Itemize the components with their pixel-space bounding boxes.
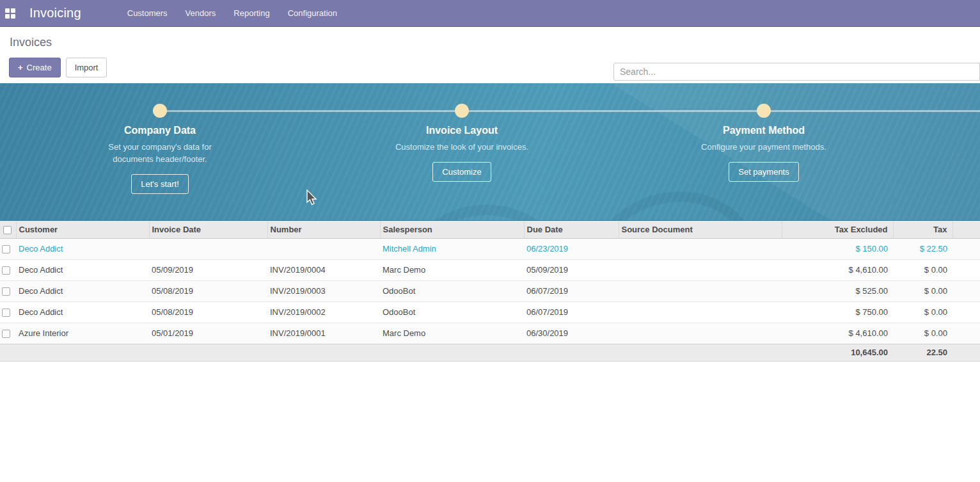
table-row[interactable]: Deco Addict Mitchell Admin 06/23/2019 $ … [0,238,980,259]
onboarding-step-payment-method: Payment Method Configure your payment me… [668,104,860,182]
step-title: Company Data [64,125,256,136]
cell-tax[interactable]: $ 0.00 [893,323,952,344]
cell-source-document[interactable] [619,280,782,301]
cell-salesperson[interactable]: Marc Demo [380,259,524,280]
cell-due-date[interactable]: 06/23/2019 [524,238,619,259]
cell-tax[interactable]: $ 22.50 [893,238,952,259]
cell-spacer [952,259,980,280]
step-dot-icon [153,104,167,118]
nav-item-reporting[interactable]: Reporting [225,0,278,26]
cell-due-date[interactable]: 06/07/2019 [524,301,619,323]
cell-salesperson[interactable]: Marc Demo [380,323,524,344]
step-dot-icon [757,104,771,118]
import-button[interactable]: Import [66,58,107,77]
cell-number[interactable]: INV/2019/0002 [267,301,380,323]
cell-tax-excluded[interactable]: $ 525.00 [782,280,893,301]
create-button[interactable]: + Create [9,58,61,77]
nav-item-vendors[interactable]: Vendors [177,0,225,26]
row-checkbox[interactable] [2,245,10,253]
cell-spacer [952,238,980,259]
cell-spacer [952,301,980,323]
row-checkbox[interactable] [2,287,10,296]
plus-icon: + [18,63,23,72]
cell-number[interactable] [267,238,380,259]
cell-customer[interactable]: Deco Addict [16,280,149,301]
column-header-number[interactable]: Number [267,221,380,238]
cell-salesperson[interactable]: OdooBot [380,280,524,301]
cell-customer[interactable]: Azure Interior [16,323,149,344]
cell-number[interactable]: INV/2019/0004 [267,259,380,280]
cell-number[interactable]: INV/2019/0003 [267,280,380,301]
set-payments-button[interactable]: Set payments [729,162,799,182]
column-header-spacer [952,221,980,238]
cell-customer[interactable]: Deco Addict [16,259,149,280]
cell-customer[interactable]: Deco Addict [16,238,149,259]
cell-tax-excluded[interactable]: $ 4,610.00 [782,323,893,344]
nav-menu: Customers Vendors Reporting Configuratio… [118,0,346,26]
cell-number[interactable]: INV/2019/0001 [267,323,380,344]
cell-tax[interactable]: $ 0.00 [893,301,952,323]
step-title: Invoice Layout [366,125,558,136]
cell-due-date[interactable]: 06/30/2019 [524,323,619,344]
create-button-label: Create [27,63,52,72]
step-description: Customize the look of your invoices. [391,141,533,153]
apps-grid-icon[interactable] [5,8,15,19]
column-header-tax-excluded[interactable]: Tax Excluded [782,221,893,238]
table-row[interactable]: Deco Addict 05/09/2019 INV/2019/0004 Mar… [0,259,980,280]
cell-due-date[interactable]: 05/09/2019 [524,259,619,280]
row-checkbox[interactable] [2,309,10,317]
table-row[interactable]: Azure Interior 05/01/2019 INV/2019/0001 … [0,323,980,344]
cell-salesperson[interactable]: OdooBot [380,301,524,323]
cell-tax[interactable]: $ 0.00 [893,259,952,280]
cell-customer[interactable]: Deco Addict [16,301,149,323]
onboarding-step-company-data: Company Data Set your company's data for… [64,104,256,194]
cell-source-document[interactable] [619,323,782,344]
onboarding-step-invoice-layout: Invoice Layout Customize the look of you… [366,104,558,182]
select-all-checkbox[interactable] [3,226,12,234]
cell-invoice-date[interactable] [149,238,267,259]
table-totals-row: 10,645.00 22.50 [0,344,980,361]
cell-due-date[interactable]: 06/07/2019 [524,280,619,301]
cell-tax-excluded[interactable]: $ 150.00 [782,238,893,259]
row-checkbox[interactable] [2,330,10,338]
table-row[interactable]: Deco Addict 05/08/2019 INV/2019/0002 Odo… [0,301,980,323]
cell-source-document[interactable] [619,259,782,280]
row-checkbox[interactable] [2,266,10,275]
column-header-due-date[interactable]: Due Date [524,221,619,238]
table-row[interactable]: Deco Addict 05/08/2019 INV/2019/0003 Odo… [0,280,980,301]
lets-start-button[interactable]: Let's start! [131,174,189,194]
import-button-label: Import [75,63,99,72]
page-title: Invoices [10,36,52,49]
cell-salesperson[interactable]: Mitchell Admin [380,238,524,259]
customize-button[interactable]: Customize [432,162,491,182]
cell-spacer [952,280,980,301]
column-header-salesperson[interactable]: Salesperson [380,221,524,238]
cell-invoice-date[interactable]: 05/09/2019 [149,259,267,280]
total-tax: 22.50 [893,344,952,361]
step-dot-icon [455,104,469,118]
step-description: Configure your payment methods. [693,141,835,153]
cell-invoice-date[interactable]: 05/08/2019 [149,280,267,301]
cell-tax-excluded[interactable]: $ 750.00 [782,301,893,323]
cell-tax[interactable]: $ 0.00 [893,280,952,301]
cell-invoice-date[interactable]: 05/08/2019 [149,301,267,323]
column-header-tax[interactable]: Tax [893,221,952,238]
total-tax-excluded: 10,645.00 [782,344,893,361]
invoice-list-view: Customer Invoice Date Number Salesperson… [0,221,980,362]
nav-item-configuration[interactable]: Configuration [279,0,346,26]
cell-invoice-date[interactable]: 05/01/2019 [149,323,267,344]
app-title[interactable]: Invoicing [29,6,81,20]
mouse-cursor-icon [306,189,318,207]
cell-spacer [952,323,980,344]
table-header-row: Customer Invoice Date Number Salesperson… [0,221,980,238]
search-input[interactable] [613,63,980,81]
cell-tax-excluded[interactable]: $ 4,610.00 [782,259,893,280]
invoicing-app-screen: Invoicing Customers Vendors Reporting Co… [0,0,980,482]
nav-item-customers[interactable]: Customers [118,0,177,26]
column-header-source-document[interactable]: Source Document [619,221,782,238]
cell-source-document[interactable] [619,301,782,323]
empty-area [0,363,980,482]
column-header-customer[interactable]: Customer [16,221,149,238]
cell-source-document[interactable] [619,238,782,259]
column-header-invoice-date[interactable]: Invoice Date [149,221,267,238]
